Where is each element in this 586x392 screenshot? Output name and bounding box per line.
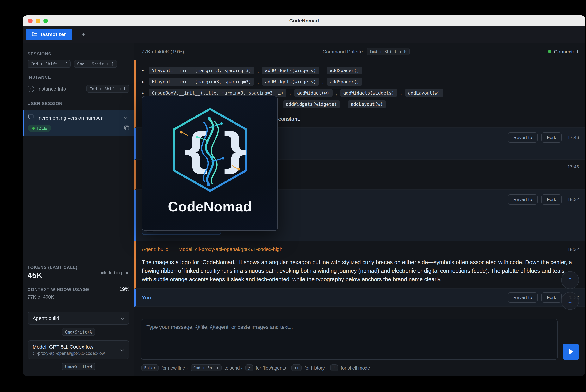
brace-right-glyph: } [219,123,252,178]
image-preview-overlay[interactable]: { } CodeNomad [142,96,278,231]
you-label: You [142,294,151,300]
chevron-down-icon [120,315,124,321]
session-shortcuts: Cmd + Shift + [ Cmd + Shift + ] [28,60,130,68]
sidebar: SESSIONS Cmd + Shift + [ Cmd + Shift + ]… [23,43,135,376]
agent-select[interactable]: Agent: build [28,312,130,324]
composer [135,314,585,364]
instance-info-shortcut: Cmd + Shift + L [87,85,130,92]
assistant-message-text: The image is a logo for “CodeNomad.” It … [142,258,579,284]
minimize-window-button[interactable] [36,18,40,23]
preview-brand-text: CodeNomad [168,199,252,215]
context-usage-text: 77K of 400K [28,294,130,300]
app-body: SESSIONS Cmd + Shift + [ Cmd + Shift + ]… [23,43,585,376]
revert-to-button[interactable]: Revert to [508,292,537,302]
main-topbar: 77K of 400K (19%) Command Palette Cmd + … [135,43,585,60]
connected-dot [548,50,551,53]
fork-button[interactable]: Fork [541,194,561,204]
new-tab-button[interactable]: + [78,29,89,40]
agent-shortcut: Cmd+Shift+A [62,328,95,336]
tokens-value: 45K [28,271,78,280]
model-select[interactable]: Model: GPT-5.1-Codex-low cli-proxy-api-o… [28,340,130,359]
tokens-header: TOKENS (LAST CALL) [28,265,78,270]
message-timestamp: 17:46 [567,164,579,170]
context-usage-indicator: 77K of 400K (19%) [142,48,184,54]
close-session-button[interactable]: × [121,114,130,121]
composer-hints: Enter for new line · Cmd + Enter to send… [135,364,585,376]
send-icon [569,349,573,354]
codenomad-logo: { } [163,103,257,197]
code-chip: addLayout(w) [405,89,443,97]
at-key-chip: @ [245,364,253,371]
bullet-line: • VLayout.__init__(margin=3, spacing=3) … [142,66,579,74]
context-percent: 19% [119,286,130,292]
bullet-line: • GroupBoxV.__init__(title, margin=3, sp… [142,89,579,97]
code-chip: VLayout.__init__(margin=3, spacing=3) [149,66,254,74]
enter-key-chip: Enter [142,364,159,371]
folder-icon [32,31,38,38]
code-chip: addWidgets(widgets) [262,78,319,86]
window-title: CodeNomad [289,18,319,24]
code-chip: addWidgets(widgets) [340,89,397,97]
bang-key-chip: ! [330,364,338,371]
code-chip: addWidgets(widgets) [262,66,319,74]
chevron-down-icon [120,347,124,353]
zoom-window-button[interactable] [44,18,48,23]
code-chip: addSpacer() [327,66,362,74]
message-timestamp: 18:32 [567,197,579,202]
code-chip: HLayout.__init__(margin=3, spacing=3) [149,78,254,86]
app-window: CodeNomad tasmotizer + SESSIONS Cmd + Sh… [23,16,585,376]
bullet-line: • HLayout.__init__(margin=3, spacing=3) … [142,78,579,86]
assistant-message-final: Agent: build Model: cli-proxy-api-openai… [135,241,585,288]
copy-session-button[interactable] [124,125,130,132]
scroll-to-top-button[interactable]: ↑ [561,271,579,289]
prev-session-shortcut: Cmd + Shift + [ [28,60,71,68]
titlebar: CodeNomad [23,16,585,26]
message-timestamp: 17:46 [567,135,579,140]
code-chip: addWidgets(widgets) [283,100,340,108]
model-tag: Model: cli-proxy-api-openai/gpt-5.1-code… [179,246,282,252]
user-message-you-row: You Revert to Fork 20:37 [135,288,585,307]
message-input[interactable] [141,319,558,360]
scroll-to-bottom-button[interactable]: ↓ [561,292,579,310]
next-session-shortcut: Cmd + Shift + ] [74,60,117,68]
screen: CodeNomad tasmotizer + SESSIONS Cmd + Sh… [0,0,586,392]
connection-status: Connected [548,48,578,54]
model-select-sub: cli-proxy-api-openai/gpt-5.1-codex-low [33,351,105,356]
code-chip: addSpacer() [327,78,362,86]
instance-header: INSTANCE [28,75,130,80]
tab-tasmotizer[interactable]: tasmotizer [26,28,72,40]
sidebar-spacer [28,136,130,265]
sidebar-divider [23,306,134,306]
send-button[interactable] [563,344,579,360]
tab-label: tasmotizer [41,32,66,37]
sessions-header: SESSIONS [28,52,130,56]
command-palette[interactable]: Command Palette Cmd + Shift + P [322,48,410,56]
code-chip: GroupBoxV.__init__(title, margin=3, spac… [149,89,287,97]
message-timestamp: 18:32 [567,246,579,252]
instance-info-label: Instance Info [37,86,66,92]
info-icon: i [28,86,34,92]
code-chip: addWidget(w) [294,89,333,97]
tab-bar: tasmotizer + [23,26,585,43]
cmd-enter-key-chip: Cmd + Enter [191,364,222,371]
instance-info-row[interactable]: i Instance Info Cmd + Shift + L [28,85,130,92]
traffic-lights [28,18,48,23]
context-usage-block: CONTEXT WINDOW USAGE 19% [28,286,130,292]
fork-button[interactable]: Fork [541,292,561,302]
model-select-label: Model: GPT-5.1-Codex-low [33,344,105,350]
command-palette-shortcut: Cmd + Shift + P [367,48,410,56]
fork-button[interactable]: Fork [541,132,561,142]
context-header: CONTEXT WINDOW USAGE [28,287,89,292]
bullet-line-partially-hidden: , addWidgets(widgets) , addLayout(w) [278,100,579,108]
close-window-button[interactable] [28,18,33,23]
tokens-block: TOKENS (LAST CALL) 45K Included in plan [28,265,130,280]
revert-to-button[interactable]: Revert to [508,194,537,204]
model-shortcut: Cmd+Shift+M [62,362,95,370]
status-badge: IDLE [28,125,51,132]
agent-tag: Agent: build [142,246,168,252]
session-card[interactable]: Incrementing version number × IDLE [23,110,134,136]
status-dot [32,127,35,130]
code-chip: addLayout(w) [348,100,386,108]
revert-to-button[interactable]: Revert to [508,132,537,142]
history-key-chip: ↑↓ [291,364,302,371]
